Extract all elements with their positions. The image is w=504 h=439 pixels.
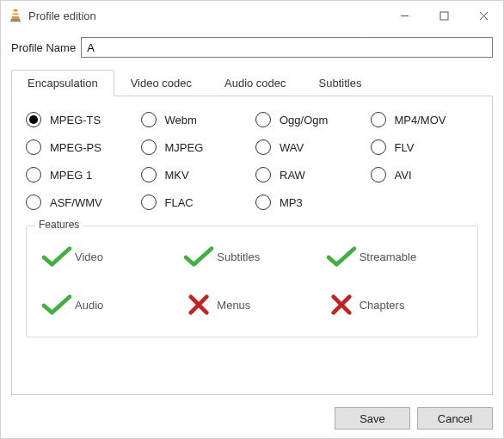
radio-icon [141, 112, 157, 127]
radio-icon [255, 139, 271, 155]
radio-avi[interactable]: AVI [371, 167, 479, 182]
tab-encapsulation[interactable]: Encapsulation [11, 70, 114, 96]
radio-asf[interactable]: ASF/WMV [26, 195, 134, 210]
radio-wav[interactable]: WAV [255, 139, 364, 155]
check-icon [323, 244, 360, 269]
radio-mpeg1[interactable]: MPEG 1 [26, 167, 134, 182]
radio-icon [26, 195, 41, 210]
window-controls [384, 1, 503, 30]
svg-rect-3 [440, 12, 448, 20]
feature-label: Video [75, 250, 103, 263]
tab-audio-codec[interactable]: Audio codec [208, 70, 303, 96]
radio-icon [371, 139, 386, 155]
radio-label: Webm [165, 114, 197, 127]
feature-label: Audio [75, 299, 103, 312]
cancel-button[interactable]: Cancel [417, 407, 493, 430]
maximize-button[interactable] [424, 1, 464, 30]
radio-flac[interactable]: FLAC [141, 195, 249, 210]
radio-ogg[interactable]: Ogg/Ogm [255, 112, 364, 127]
radio-label: MPEG-PS [50, 141, 101, 154]
radio-label: WAV [280, 141, 304, 154]
features-grid: Video Subtitles Streamable Audio [39, 244, 465, 318]
save-button[interactable]: Save [335, 407, 410, 430]
feature-menus: Menus [181, 292, 323, 318]
feature-audio: Audio [39, 292, 181, 318]
radio-label: MJPEG [165, 141, 204, 154]
feature-subtitles: Subtitles [181, 244, 323, 269]
radio-icon [141, 167, 157, 182]
radio-mp3[interactable]: MP3 [255, 195, 364, 210]
close-button[interactable] [464, 1, 503, 30]
radio-label: RAW [280, 169, 305, 182]
minimize-button[interactable] [384, 1, 424, 30]
radio-flv[interactable]: FLV [371, 139, 479, 155]
feature-label: Menus [217, 299, 250, 312]
radio-label: FLAC [165, 196, 194, 209]
tab-subtitles[interactable]: Subtitles [303, 70, 378, 96]
radio-label: MP3 [280, 196, 303, 209]
radio-icon [26, 139, 41, 155]
cross-icon [323, 292, 360, 318]
check-icon [39, 292, 75, 318]
tab-panel-encapsulation: MPEG-TS Webm Ogg/Ogm MP4/MOV MPEG-PS MJP… [11, 96, 493, 395]
radio-icon [255, 167, 271, 182]
radio-label: MP4/MOV [395, 114, 446, 127]
radio-mjpeg[interactable]: MJPEG [141, 139, 249, 155]
radio-label: ASF/WMV [50, 196, 102, 209]
radio-icon [141, 195, 157, 210]
radio-webm[interactable]: Webm [141, 112, 249, 127]
profile-name-row: Profile Name [11, 37, 493, 58]
radio-icon [255, 112, 271, 127]
feature-video: Video [39, 244, 181, 269]
dialog-content: Profile Name Encapsulation Video codec A… [1, 30, 503, 400]
features-legend: Features [35, 219, 83, 231]
titlebar: Profile edition [1, 1, 503, 30]
titlebar-wrap: Profile edition [1, 1, 503, 30]
radio-icon [371, 167, 386, 182]
check-icon [39, 244, 75, 269]
dialog-window: Profile edition [0, 0, 504, 439]
profile-name-label: Profile Name [11, 41, 76, 54]
svg-rect-0 [13, 12, 18, 14]
radio-icon [26, 167, 41, 182]
tab-bar: Encapsulation Video codec Audio codec Su… [11, 70, 493, 96]
radio-icon [255, 195, 271, 210]
radio-mpeg-ps[interactable]: MPEG-PS [26, 139, 134, 155]
radio-mpeg-ts[interactable]: MPEG-TS [26, 112, 134, 127]
dialog-footer: Save Cancel [1, 400, 503, 438]
radio-label: FLV [395, 141, 415, 154]
radio-label: AVI [395, 169, 412, 182]
radio-label: MKV [165, 169, 189, 182]
feature-streamable: Streamable [323, 244, 465, 269]
radio-raw[interactable]: RAW [255, 167, 364, 182]
vlc-icon [8, 8, 23, 23]
feature-label: Streamable [360, 250, 416, 263]
tab-video-codec[interactable]: Video codec [114, 70, 208, 96]
feature-label: Subtitles [217, 250, 260, 263]
radio-mp4[interactable]: MP4/MOV [371, 112, 479, 127]
features-group: Features Video Subtitles Streamable [26, 226, 478, 337]
format-grid: MPEG-TS Webm Ogg/Ogm MP4/MOV MPEG-PS MJP… [26, 112, 478, 210]
radio-icon [26, 112, 41, 127]
window-title: Profile edition [28, 9, 384, 22]
radio-icon [141, 139, 157, 155]
check-icon [181, 244, 217, 269]
feature-label: Chapters [360, 299, 405, 312]
radio-icon [371, 112, 386, 127]
radio-label: Ogg/Ogm [280, 114, 328, 127]
feature-chapters: Chapters [323, 292, 465, 318]
svg-rect-1 [12, 15, 19, 16]
radio-label: MPEG-TS [50, 114, 101, 127]
radio-label: MPEG 1 [50, 169, 92, 182]
radio-mkv[interactable]: MKV [141, 167, 249, 182]
profile-name-input[interactable] [81, 37, 493, 58]
cross-icon [181, 292, 217, 318]
